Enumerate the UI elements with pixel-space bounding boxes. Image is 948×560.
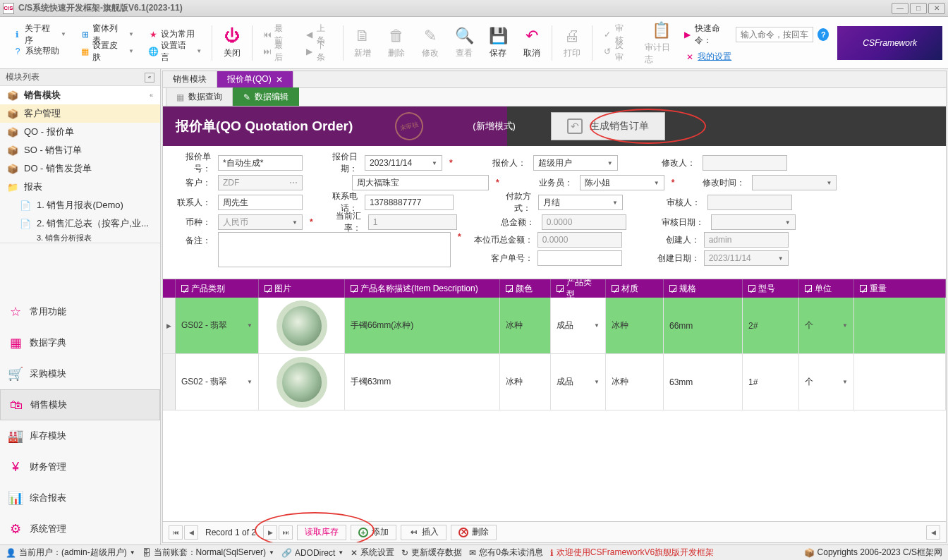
cell-model[interactable]: 2# [743,298,799,353]
sidebar-item-so[interactable]: 📦SO - 销售订单 [0,141,160,159]
status-welcome[interactable]: ℹ欢迎使用CSFrameworkV6旗舰版开发框架 [550,547,714,559]
read-stock-button[interactable]: 读取库存 [297,525,346,540]
cell-desc[interactable]: 手镯63mm [345,354,500,410]
grid-add-button[interactable]: +添加 [351,525,396,540]
close-button[interactable]: ✕ [928,3,945,14]
status-adodirect[interactable]: 🔗ADODirect▼ [281,548,344,558]
cell-image[interactable] [259,354,345,410]
sidebar-item-report3[interactable]: 3. 销售分析报表 [0,233,160,243]
minimize-button[interactable]: — [892,3,909,14]
table-row[interactable]: GS02 - 翡翠▼ 手镯63mm 冰种 成品▼ 冰种 63mm 1# 个▼ [163,354,946,410]
col-weight[interactable]: ✓重量 [854,279,946,298]
about-button[interactable]: ℹ关于程序▼ [10,28,69,42]
orderno-input[interactable]: *自动生成* [218,155,303,171]
grid-delete-button[interactable]: ✕删除 [451,525,497,540]
module-common[interactable]: ☆常用功能 [0,296,160,327]
col-type[interactable]: ✓产品类型 [551,279,606,298]
col-material[interactable]: ✓材质 [606,279,664,298]
language-button[interactable]: 🌐设置语言▼ [145,44,205,59]
status-user[interactable]: 👤当前用户：(admin-超级用户)▼ [6,547,135,559]
cell-type[interactable]: 成品▼ [551,298,606,353]
cell-image[interactable] [259,298,345,353]
phone-input[interactable]: 13788887777 [365,195,454,210]
col-category[interactable]: ✓产品类别 [176,279,259,298]
cell-weight[interactable] [854,298,946,353]
sidebar-item-customer[interactable]: 📦客户管理 [0,104,160,123]
save-button[interactable]: 💾保存 [481,17,515,68]
tab-close-icon[interactable]: ✕ [276,75,283,85]
customer-name-input[interactable]: 周大福珠宝 [352,175,489,190]
grid-last-button[interactable]: ⏭ [279,525,293,540]
view-button[interactable]: 🔍查看 [447,17,481,68]
customer-code-input[interactable]: ZDF⋯ [218,175,303,190]
cell-unit[interactable]: 个▼ [799,354,854,410]
tab-sales-module[interactable]: 销售模块 [163,71,217,87]
custno-input[interactable] [537,250,622,266]
cell-unit[interactable]: 个▼ [799,298,854,353]
cell-weight[interactable] [854,354,946,410]
grid-first-button[interactable]: ⏮ [169,525,183,540]
cell-type[interactable]: 成品▼ [551,354,606,410]
status-sysconfig[interactable]: ✕系统设置 [351,547,394,559]
salesman-input[interactable]: 陈小姐▼ [580,175,664,190]
edit-button[interactable]: ✎修改 [413,17,447,68]
table-row[interactable]: ▶ GS02 - 翡翠▼ 手镯66mm(冰种) 冰种 成品▼ 冰种 66mm 2… [163,298,946,354]
cell-spec[interactable]: 66mm [664,298,743,353]
sidebar-collapse-button[interactable]: « [145,73,154,83]
scroll-left-button[interactable]: ◀ [926,525,940,540]
sidebar-item-report2[interactable]: 📄2. 销售汇总表（按客户,业... [0,214,160,233]
cell-spec[interactable]: 63mm [664,354,743,410]
cancel-button[interactable]: ↶取消 [515,17,549,68]
paymethod-input[interactable]: 月结▼ [538,195,623,210]
cell-material[interactable]: 冰种 [606,298,664,353]
print-button[interactable]: 🖨打印 [555,17,589,68]
generate-order-button[interactable]: ↶生成销售订单 [551,112,665,140]
cell-model[interactable]: 1# [743,354,799,410]
cell-color[interactable]: 冰种 [500,354,551,410]
col-unit[interactable]: ✓单位 [799,279,854,298]
module-purchase[interactable]: 🛒采购模块 [0,358,160,389]
col-model[interactable]: ✓型号 [743,279,799,298]
col-spec[interactable]: ✓规格 [664,279,743,298]
subtab-edit[interactable]: ✎数据编辑 [233,87,299,106]
my-settings-link[interactable]: 我的设置 [698,51,731,63]
contact-input[interactable]: 周先生 [218,195,303,210]
status-account[interactable]: 🗄当前账套：Normal(SqlServer)▼ [142,547,274,559]
module-finance[interactable]: ¥财务管理 [0,451,160,482]
maximize-button[interactable]: □ [910,3,927,14]
cell-category[interactable]: GS02 - 翡翠▼ [176,298,259,353]
skin-button[interactable]: ▦设置皮肤▼ [78,44,137,59]
grid-prev-button[interactable]: ◀ [184,525,198,540]
quoter-input[interactable]: 超级用户▼ [533,155,618,171]
module-dict[interactable]: ▦数据字典 [0,327,160,358]
unaudit-button[interactable]: ↺反审 [600,44,633,59]
status-messages[interactable]: ✉您有0条未读消息 [469,547,543,559]
delete-button[interactable]: 🗑删除 [379,17,413,68]
module-reports[interactable]: 📊综合报表 [0,482,160,513]
cell-category[interactable]: GS02 - 翡翠▼ [176,354,259,410]
module-system[interactable]: ⚙系统管理 [0,513,160,544]
sidebar-item-reports[interactable]: 📁报表 [0,178,160,196]
tab-qo[interactable]: 报价单(QO)✕ [217,71,293,87]
status-refresh[interactable]: ↻更新缓存数据 [401,547,462,559]
grid-insert-button[interactable]: ↤插入 [401,525,446,540]
cell-color[interactable]: 冰种 [500,298,551,353]
nav-next-button[interactable]: ▶下条 [302,44,336,59]
sidebar-module-title[interactable]: 📦销售模块« [0,86,160,104]
col-desc[interactable]: ✓产品名称描述(Item Description) [345,279,500,298]
close-form-button[interactable]: ⏻关闭 [215,17,249,68]
module-stock[interactable]: 🏭库存模块 [0,420,160,451]
quick-cmd-input[interactable] [736,27,813,42]
col-color[interactable]: ✓颜色 [500,279,551,298]
date-input[interactable]: 2023/11/14▼ [365,155,442,171]
sidebar-item-qo[interactable]: 📦QO - 报价单 [0,123,160,141]
col-image[interactable]: ✓图片 [259,279,345,298]
nav-last-button[interactable]: ⏭最后 [260,44,293,59]
module-sales[interactable]: 🛍销售模块 [0,389,160,420]
quick-help-icon[interactable]: ? [818,28,829,41]
subtab-query[interactable]: ▦数据查询 [166,87,233,106]
grid-next-button[interactable]: ▶ [263,525,277,540]
remark-input[interactable] [218,232,451,267]
add-button[interactable]: 🗎新增 [346,17,379,68]
currency-input[interactable]: 人民币▼ [218,214,303,230]
